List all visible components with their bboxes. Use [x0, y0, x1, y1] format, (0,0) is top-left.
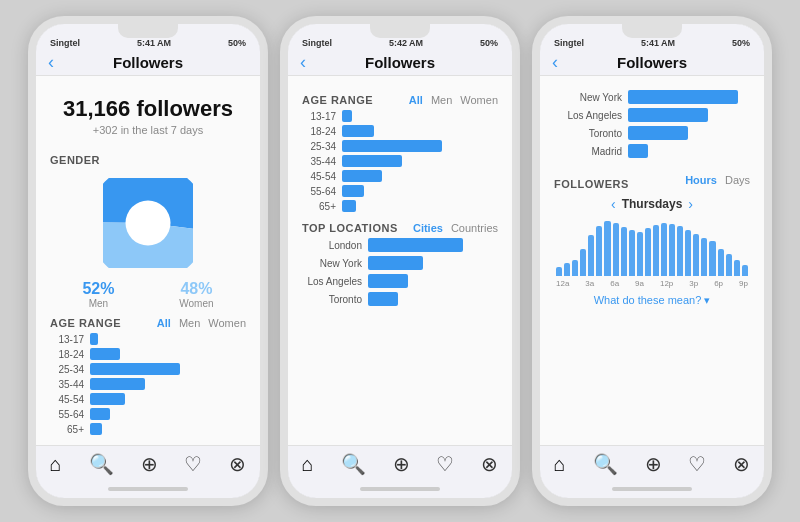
hour-bar [613, 223, 619, 276]
filter-all-2[interactable]: All [409, 94, 423, 106]
filter-women-2[interactable]: Women [460, 94, 498, 106]
profile-icon-2[interactable]: ⊗ [481, 452, 498, 476]
hours-labels: 12a 3a 6a 9a 12p 3p 6p 9p [554, 279, 750, 288]
filter-hours[interactable]: Hours [685, 174, 717, 186]
prev-day-arrow[interactable]: ‹ [611, 196, 616, 212]
city-label: Los Angeles [554, 110, 622, 121]
profile-icon-3[interactable]: ⊗ [733, 452, 750, 476]
add-icon-1[interactable]: ⊕ [141, 452, 158, 476]
filter-men-1[interactable]: Men [179, 317, 200, 329]
age-bar-row: 13-17 [302, 110, 498, 122]
battery-1: 50% [228, 38, 246, 48]
age-bar-label: 45-54 [50, 394, 84, 405]
hour-bar [685, 230, 691, 276]
add-icon-2[interactable]: ⊕ [393, 452, 410, 476]
age-bar-row: 45-54 [302, 170, 498, 182]
age-range-title-1: AGE RANGE [50, 317, 121, 329]
age-bar-fill [90, 393, 125, 405]
search-icon-1[interactable]: 🔍 [89, 452, 114, 476]
city-bar-fill [628, 126, 688, 140]
age-bar-label: 65+ [302, 201, 336, 212]
men-label: 52% Men [82, 280, 114, 309]
hour-label-6a: 6a [610, 279, 619, 288]
back-button-1[interactable]: ‹ [48, 52, 54, 73]
next-day-arrow[interactable]: › [688, 196, 693, 212]
content-1: 31,166 followers +302 in the last 7 days… [36, 76, 260, 445]
home-icon-3[interactable]: ⌂ [553, 453, 565, 476]
age-bar-label: 25-34 [302, 141, 336, 152]
filter-all-1[interactable]: All [157, 317, 171, 329]
age-bar-row: 18-24 [302, 125, 498, 137]
hour-bar [718, 249, 724, 277]
what-mean[interactable]: What do these mean? ▾ [554, 294, 750, 307]
loc-bar-fill [368, 274, 408, 288]
location-bar-row: Toronto [302, 292, 498, 306]
age-bar-row: 55-64 [50, 408, 246, 420]
city-bar-fill [628, 90, 738, 104]
followers-activity-header: FOLLOWERS Hours Days [554, 168, 750, 192]
hour-bar [677, 226, 683, 276]
filter-women-1[interactable]: Women [208, 317, 246, 329]
home-icon-1[interactable]: ⌂ [49, 453, 61, 476]
hour-bar [734, 260, 740, 277]
loc-bar-fill [368, 292, 398, 306]
search-icon-3[interactable]: 🔍 [593, 452, 618, 476]
city-label: Toronto [554, 128, 622, 139]
filter-men-2[interactable]: Men [431, 94, 452, 106]
women-pct: 48% [179, 280, 213, 298]
hour-bar [596, 226, 602, 276]
carrier-2: Singtel [302, 38, 332, 48]
hour-bar [709, 241, 715, 276]
hour-bar [645, 228, 651, 276]
hours-chart [554, 216, 750, 276]
hour-label-3p: 3p [689, 279, 698, 288]
women-text: Women [179, 298, 213, 309]
age-range-header-1: AGE RANGE All Men Women [50, 317, 246, 329]
heart-icon-3[interactable]: ♡ [688, 452, 706, 476]
filter-days[interactable]: Days [725, 174, 750, 186]
age-filter-tabs-1[interactable]: All Men Women [157, 317, 246, 329]
phone-1: Singtel 5:41 AM 50% ‹ Followers 31,166 f… [28, 16, 268, 506]
gender-labels: 52% Men 48% Women [50, 280, 246, 309]
gender-pie-chart [103, 178, 193, 268]
age-bar-label: 55-64 [50, 409, 84, 420]
age-bar-row: 25-34 [302, 140, 498, 152]
age-bar-fill [342, 155, 402, 167]
pie-container [50, 172, 246, 274]
hour-bar [588, 235, 594, 276]
age-bar-fill [342, 140, 442, 152]
hour-bar [701, 238, 707, 277]
search-icon-2[interactable]: 🔍 [341, 452, 366, 476]
profile-icon-1[interactable]: ⊗ [229, 452, 246, 476]
svg-point-2 [126, 201, 171, 246]
city-bar-row: Toronto [554, 126, 750, 140]
age-filter-tabs-2[interactable]: All Men Women [409, 94, 498, 106]
home-indicator-1 [36, 480, 260, 498]
hour-label-9a: 9a [635, 279, 644, 288]
add-icon-3[interactable]: ⊕ [645, 452, 662, 476]
filter-cities[interactable]: Cities [413, 222, 443, 234]
age-bar-fill [90, 363, 180, 375]
age-bar-label: 35-44 [302, 156, 336, 167]
heart-icon-1[interactable]: ♡ [184, 452, 202, 476]
location-bar-row: New York [302, 256, 498, 270]
back-button-2[interactable]: ‹ [300, 52, 306, 73]
location-filter-tabs[interactable]: Cities Countries [413, 222, 498, 234]
age-bar-fill [342, 125, 374, 137]
age-bar-row: 65+ [302, 200, 498, 212]
top-locations-title: TOP LOCATIONS [302, 222, 398, 234]
men-text: Men [82, 298, 114, 309]
hours-days-tabs[interactable]: Hours Days [685, 174, 750, 186]
age-bar-label: 45-54 [302, 171, 336, 182]
bottom-nav-3: ⌂ 🔍 ⊕ ♡ ⊗ [540, 445, 764, 480]
age-bar-fill [342, 200, 356, 212]
battery-2: 50% [480, 38, 498, 48]
home-icon-2[interactable]: ⌂ [301, 453, 313, 476]
age-range-title-2: AGE RANGE [302, 94, 373, 106]
hour-bar [604, 221, 610, 276]
age-bar-label: 18-24 [50, 349, 84, 360]
filter-countries[interactable]: Countries [451, 222, 498, 234]
back-button-3[interactable]: ‹ [552, 52, 558, 73]
nav-title-1: Followers [113, 54, 183, 71]
heart-icon-2[interactable]: ♡ [436, 452, 454, 476]
